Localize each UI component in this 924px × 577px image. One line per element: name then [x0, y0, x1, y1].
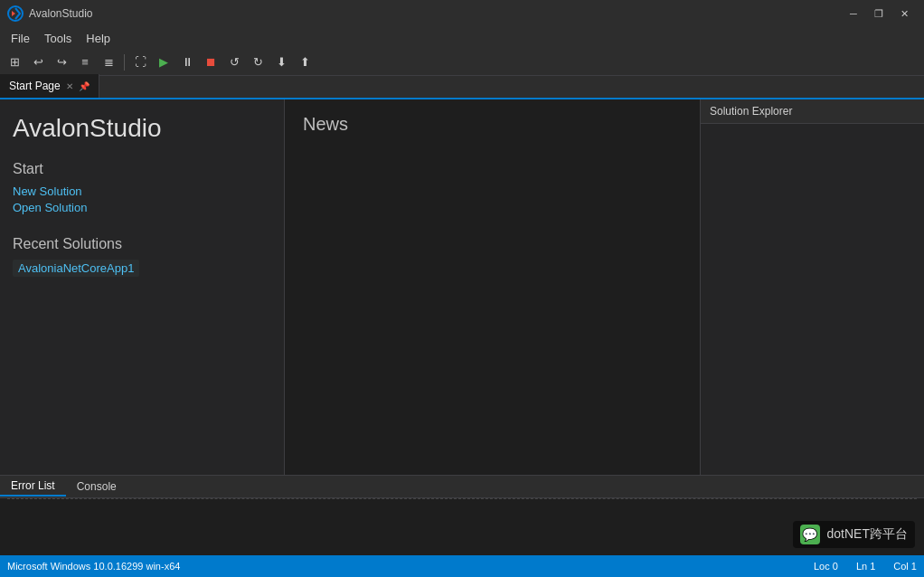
toolbar-run[interactable]: ▶: [153, 52, 174, 73]
close-button[interactable]: ✕: [891, 5, 917, 23]
toolbar-indent[interactable]: ≡: [74, 52, 96, 73]
toolbar-step-over[interactable]: ⬇: [270, 52, 292, 73]
wechat-icon: 💬: [800, 525, 820, 544]
recent-section-title: Recent Solutions: [13, 236, 271, 252]
recent-section: Recent Solutions AvaloniaNetCoreApp1: [13, 236, 271, 277]
watermark-text: dotNET跨平台: [827, 526, 908, 543]
status-bar: Microsoft Windows 10.0.16299 win-x64 Loc…: [0, 555, 924, 577]
minimize-button[interactable]: ─: [841, 5, 866, 23]
toolbar-build[interactable]: ⛶: [129, 52, 151, 73]
start-right-panel: News: [285, 99, 700, 475]
open-solution-link[interactable]: Open Solution: [13, 201, 271, 214]
status-ln: Ln 1: [856, 561, 875, 572]
tab-start-page-label: Start Page: [9, 80, 61, 92]
title-bar: AvalonStudio ─ ❐ ✕: [0, 0, 924, 27]
restore-button[interactable]: ❐: [866, 5, 891, 23]
bottom-tabs: Error List Console: [0, 475, 924, 498]
recent-item-avalonia[interactable]: AvaloniaNetCoreApp1: [13, 260, 139, 277]
toolbar-step-into[interactable]: ⬆: [294, 52, 316, 73]
toolbar-pause[interactable]: ⏸: [176, 52, 198, 73]
new-solution-link[interactable]: New Solution: [13, 184, 271, 198]
toolbar-refresh[interactable]: ↻: [247, 52, 269, 73]
bottom-tab-console[interactable]: Console: [66, 478, 127, 496]
tab-pin-icon[interactable]: 📌: [79, 81, 90, 91]
status-os-info: Microsoft Windows 10.0.16299 win-x64: [7, 561, 180, 572]
toolbar-separator-1: [124, 54, 125, 71]
start-section: Start New Solution Open Solution: [13, 161, 271, 214]
status-col: Col 1: [893, 561, 917, 572]
solution-explorer-panel: Solution Explorer: [700, 99, 924, 475]
bottom-tab-error-list[interactable]: Error List: [0, 477, 66, 497]
toolbar-outdent[interactable]: ≣: [98, 52, 119, 73]
menu-tools[interactable]: Tools: [37, 30, 79, 47]
toolbar-redo[interactable]: ↪: [51, 52, 72, 73]
error-panel: [0, 499, 924, 553]
toolbar-restart[interactable]: ↺: [223, 52, 245, 73]
start-section-title: Start: [13, 161, 271, 177]
toolbar-undo[interactable]: ↩: [27, 52, 49, 73]
status-loc: Loc 0: [814, 561, 838, 572]
menu-bar: File Tools Help: [0, 27, 924, 49]
title-text: AvalonStudio: [29, 7, 93, 20]
app-logo: AvalonStudio: [13, 114, 271, 143]
start-page: AvalonStudio Start New Solution Open Sol…: [0, 99, 700, 475]
toolbar-btn-1[interactable]: ⊞: [4, 52, 25, 73]
app-icon: [7, 5, 24, 22]
content-wrapper: AvalonStudio Start New Solution Open Sol…: [0, 99, 924, 555]
tab-start-page[interactable]: Start Page ✕ 📌: [0, 74, 99, 98]
toolbar: ⊞ ↩ ↪ ≡ ≣ ⛶ ▶ ⏸ ⏹ ↺ ↻ ⬇ ⬆: [0, 49, 924, 76]
title-bar-left: AvalonStudio: [7, 5, 93, 22]
tab-close-icon[interactable]: ✕: [66, 81, 73, 91]
watermark: 💬 dotNET跨平台: [793, 521, 915, 548]
start-left-panel: AvalonStudio Start New Solution Open Sol…: [0, 99, 285, 475]
tab-bar: Start Page ✕ 📌: [0, 76, 924, 99]
toolbar-stop[interactable]: ⏹: [200, 52, 222, 73]
window-controls: ─ ❐ ✕: [841, 5, 917, 23]
solution-explorer-title: Solution Explorer: [701, 99, 924, 124]
status-right: Loc 0 Ln 1 Col 1: [814, 561, 917, 572]
news-title: News: [303, 114, 682, 135]
menu-help[interactable]: Help: [79, 30, 118, 47]
menu-file[interactable]: File: [4, 30, 37, 47]
main-panels: AvalonStudio Start New Solution Open Sol…: [0, 99, 924, 475]
